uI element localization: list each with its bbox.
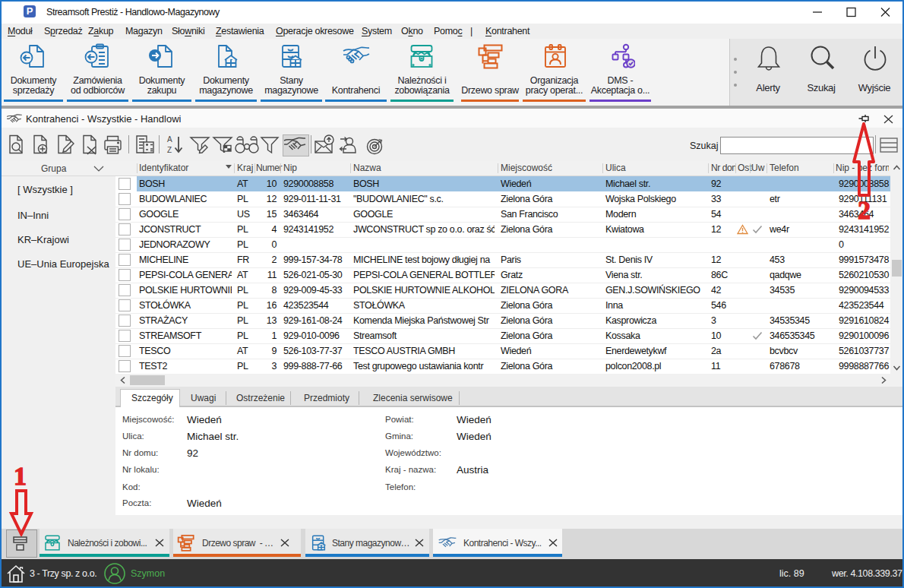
svg-text:A: A <box>167 135 172 144</box>
svg-text:Z: Z <box>167 146 172 154</box>
